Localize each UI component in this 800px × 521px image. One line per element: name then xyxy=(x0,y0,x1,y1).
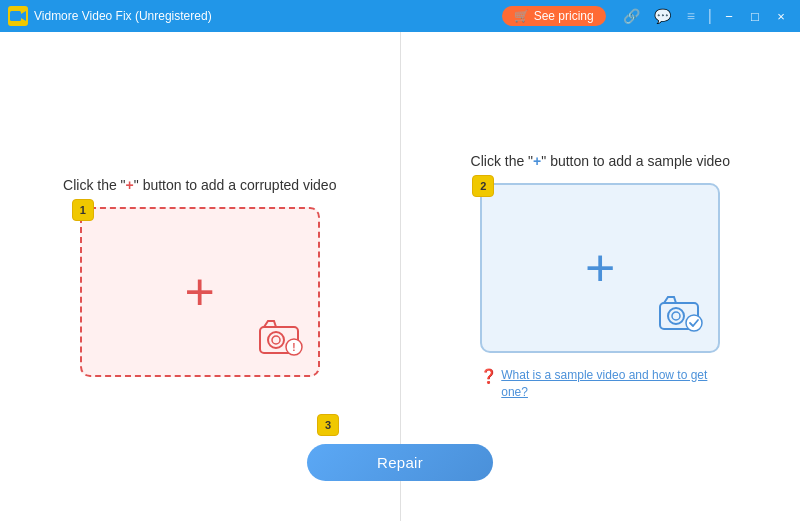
link-icon[interactable]: 🔗 xyxy=(618,6,645,26)
minimize-button[interactable]: − xyxy=(718,5,740,27)
sample-camera-icon xyxy=(654,293,706,339)
right-panel-title: Click the "+" button to add a sample vid… xyxy=(471,153,730,169)
titlebar-controls: 🔗 💬 ≡ | − □ × xyxy=(618,5,792,27)
close-button[interactable]: × xyxy=(770,5,792,27)
maximize-button[interactable]: □ xyxy=(744,5,766,27)
badge-2: 2 xyxy=(472,175,494,197)
add-corrupted-plus-icon: + xyxy=(185,266,215,318)
left-panel-title: Click the "+" button to add a corrupted … xyxy=(63,177,336,193)
corrupted-video-dropzone[interactable]: 1 + ! xyxy=(80,207,320,377)
add-sample-plus-icon: + xyxy=(585,242,615,294)
corrupted-camera-icon: ! xyxy=(254,317,306,363)
sample-video-dropzone[interactable]: 2 + xyxy=(480,183,720,353)
app-logo xyxy=(8,6,28,26)
svg-text:!: ! xyxy=(292,342,295,353)
see-pricing-button[interactable]: 🛒 See pricing xyxy=(502,6,606,26)
titlebar: Vidmore Video Fix (Unregistered) 🛒 See p… xyxy=(0,0,800,32)
separator: | xyxy=(708,7,712,25)
pricing-label: See pricing xyxy=(534,9,594,23)
right-plus-highlight: + xyxy=(533,153,541,169)
help-link[interactable]: ❓ What is a sample video and how to get … xyxy=(480,367,720,401)
repair-area: 3 Repair xyxy=(307,414,493,481)
chat-icon[interactable]: 💬 xyxy=(649,6,676,26)
help-link-text[interactable]: What is a sample video and how to get on… xyxy=(501,367,720,401)
repair-button[interactable]: Repair xyxy=(307,444,493,481)
svg-point-10 xyxy=(672,312,680,320)
left-plus-highlight: + xyxy=(126,177,134,193)
svg-point-9 xyxy=(668,308,684,324)
main-content: Click the "+" button to add a corrupted … xyxy=(0,32,800,521)
app-title: Vidmore Video Fix (Unregistered) xyxy=(34,9,502,23)
svg-point-5 xyxy=(272,336,280,344)
badge-1: 1 xyxy=(72,199,94,221)
svg-point-11 xyxy=(686,315,702,331)
help-circle-icon: ❓ xyxy=(480,368,497,384)
svg-point-4 xyxy=(268,332,284,348)
menu-icon[interactable]: ≡ xyxy=(682,6,700,26)
badge-3: 3 xyxy=(317,414,339,436)
svg-rect-1 xyxy=(10,11,21,21)
cart-icon: 🛒 xyxy=(514,9,529,23)
